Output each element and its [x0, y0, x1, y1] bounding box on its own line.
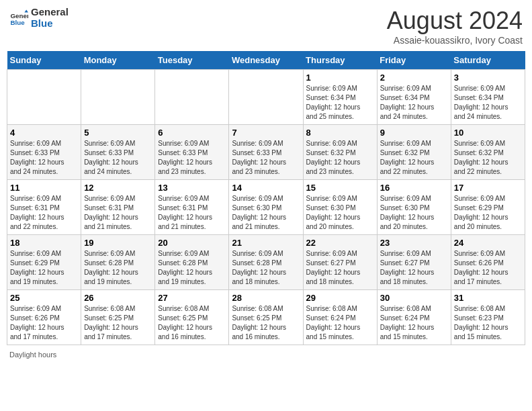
- dow-header-tuesday: Tuesday: [155, 51, 229, 70]
- day-info: Sunrise: 6:09 AM Sunset: 6:28 PM Dayligh…: [232, 249, 300, 287]
- day-info: Sunrise: 6:09 AM Sunset: 6:31 PM Dayligh…: [84, 194, 152, 232]
- day-number: 6: [158, 128, 226, 138]
- calendar-cell: 8Sunrise: 6:09 AM Sunset: 6:32 PM Daylig…: [303, 125, 377, 180]
- day-info: Sunrise: 6:09 AM Sunset: 6:26 PM Dayligh…: [10, 304, 78, 342]
- day-number: 10: [454, 128, 522, 138]
- logo-text-blue: Blue: [31, 18, 69, 30]
- day-number: 29: [306, 293, 374, 303]
- calendar-body: 1Sunrise: 6:09 AM Sunset: 6:34 PM Daylig…: [7, 70, 525, 345]
- calendar-cell: 24Sunrise: 6:09 AM Sunset: 6:26 PM Dayli…: [451, 235, 525, 290]
- day-number: 18: [10, 238, 78, 248]
- day-info: Sunrise: 6:09 AM Sunset: 6:29 PM Dayligh…: [454, 194, 522, 232]
- day-info: Sunrise: 6:09 AM Sunset: 6:33 PM Dayligh…: [10, 139, 78, 177]
- svg-marker-2: [24, 9, 28, 12]
- title-area: August 2024 Assaie-kouassikro, Ivory Coa…: [387, 7, 523, 46]
- calendar-cell: 30Sunrise: 6:08 AM Sunset: 6:24 PM Dayli…: [377, 290, 451, 345]
- calendar-cell: 9Sunrise: 6:09 AM Sunset: 6:32 PM Daylig…: [377, 125, 451, 180]
- calendar-cell: 19Sunrise: 6:09 AM Sunset: 6:28 PM Dayli…: [81, 235, 155, 290]
- day-info: Sunrise: 6:08 AM Sunset: 6:24 PM Dayligh…: [380, 304, 448, 342]
- week-row-2: 4Sunrise: 6:09 AM Sunset: 6:33 PM Daylig…: [7, 125, 525, 180]
- day-number: 30: [380, 293, 448, 303]
- day-info: Sunrise: 6:09 AM Sunset: 6:28 PM Dayligh…: [84, 249, 152, 287]
- day-number: 31: [454, 293, 522, 303]
- week-row-5: 25Sunrise: 6:09 AM Sunset: 6:26 PM Dayli…: [7, 290, 525, 345]
- day-number: 28: [232, 293, 300, 303]
- dow-header-friday: Friday: [377, 51, 451, 70]
- day-info: Sunrise: 6:09 AM Sunset: 6:32 PM Dayligh…: [306, 139, 374, 177]
- day-number: 27: [158, 293, 226, 303]
- day-number: 22: [306, 238, 374, 248]
- day-info: Sunrise: 6:09 AM Sunset: 6:30 PM Dayligh…: [306, 194, 374, 232]
- footer-note: Daylight hours: [7, 351, 525, 359]
- day-number: 15: [306, 183, 374, 193]
- week-row-4: 18Sunrise: 6:09 AM Sunset: 6:29 PM Dayli…: [7, 235, 525, 290]
- day-info: Sunrise: 6:09 AM Sunset: 6:34 PM Dayligh…: [306, 84, 374, 122]
- calendar-cell: 2Sunrise: 6:09 AM Sunset: 6:34 PM Daylig…: [377, 70, 451, 125]
- day-number: 26: [84, 293, 152, 303]
- calendar-cell: 7Sunrise: 6:09 AM Sunset: 6:33 PM Daylig…: [229, 125, 303, 180]
- calendar-cell: 17Sunrise: 6:09 AM Sunset: 6:29 PM Dayli…: [451, 180, 525, 235]
- day-info: Sunrise: 6:09 AM Sunset: 6:31 PM Dayligh…: [158, 194, 226, 232]
- page-header: General Blue General Blue August 2024 As…: [7, 7, 525, 46]
- calendar-cell: 25Sunrise: 6:09 AM Sunset: 6:26 PM Dayli…: [7, 290, 81, 345]
- day-info: Sunrise: 6:09 AM Sunset: 6:30 PM Dayligh…: [380, 194, 448, 232]
- day-info: Sunrise: 6:09 AM Sunset: 6:32 PM Dayligh…: [380, 139, 448, 177]
- calendar-cell: 4Sunrise: 6:09 AM Sunset: 6:33 PM Daylig…: [7, 125, 81, 180]
- dow-header-wednesday: Wednesday: [229, 51, 303, 70]
- calendar-cell: 15Sunrise: 6:09 AM Sunset: 6:30 PM Dayli…: [303, 180, 377, 235]
- day-info: Sunrise: 6:08 AM Sunset: 6:25 PM Dayligh…: [84, 304, 152, 342]
- subtitle: Assaie-kouassikro, Ivory Coast: [387, 35, 523, 46]
- day-info: Sunrise: 6:09 AM Sunset: 6:30 PM Dayligh…: [232, 194, 300, 232]
- day-number: 16: [380, 183, 448, 193]
- day-number: 21: [232, 238, 300, 248]
- svg-text:Blue: Blue: [10, 18, 25, 26]
- days-of-week-row: SundayMondayTuesdayWednesdayThursdayFrid…: [7, 51, 525, 70]
- day-info: Sunrise: 6:08 AM Sunset: 6:25 PM Dayligh…: [232, 304, 300, 342]
- day-info: Sunrise: 6:09 AM Sunset: 6:29 PM Dayligh…: [10, 249, 78, 287]
- calendar-cell: 22Sunrise: 6:09 AM Sunset: 6:27 PM Dayli…: [303, 235, 377, 290]
- day-number: 20: [158, 238, 226, 248]
- calendar-cell: [7, 70, 81, 125]
- day-number: 5: [84, 128, 152, 138]
- day-info: Sunrise: 6:09 AM Sunset: 6:33 PM Dayligh…: [158, 139, 226, 177]
- calendar-cell: 11Sunrise: 6:09 AM Sunset: 6:31 PM Dayli…: [7, 180, 81, 235]
- calendar-cell: 5Sunrise: 6:09 AM Sunset: 6:33 PM Daylig…: [81, 125, 155, 180]
- day-number: 23: [380, 238, 448, 248]
- main-title: August 2024: [387, 7, 523, 35]
- day-number: 13: [158, 183, 226, 193]
- logo-text-general: General: [31, 7, 69, 18]
- week-row-3: 11Sunrise: 6:09 AM Sunset: 6:31 PM Dayli…: [7, 180, 525, 235]
- calendar-cell: 23Sunrise: 6:09 AM Sunset: 6:27 PM Dayli…: [377, 235, 451, 290]
- day-number: 11: [10, 183, 78, 193]
- day-number: 8: [306, 128, 374, 138]
- day-info: Sunrise: 6:08 AM Sunset: 6:24 PM Dayligh…: [306, 304, 374, 342]
- calendar-cell: 13Sunrise: 6:09 AM Sunset: 6:31 PM Dayli…: [155, 180, 229, 235]
- day-number: 7: [232, 128, 300, 138]
- dow-header-sunday: Sunday: [7, 51, 81, 70]
- day-info: Sunrise: 6:09 AM Sunset: 6:32 PM Dayligh…: [454, 139, 522, 177]
- dow-header-monday: Monday: [81, 51, 155, 70]
- calendar-cell: 29Sunrise: 6:08 AM Sunset: 6:24 PM Dayli…: [303, 290, 377, 345]
- calendar-cell: [155, 70, 229, 125]
- calendar-cell: 14Sunrise: 6:09 AM Sunset: 6:30 PM Dayli…: [229, 180, 303, 235]
- calendar-cell: 27Sunrise: 6:08 AM Sunset: 6:25 PM Dayli…: [155, 290, 229, 345]
- day-info: Sunrise: 6:09 AM Sunset: 6:33 PM Dayligh…: [232, 139, 300, 177]
- day-info: Sunrise: 6:09 AM Sunset: 6:27 PM Dayligh…: [306, 249, 374, 287]
- week-row-1: 1Sunrise: 6:09 AM Sunset: 6:34 PM Daylig…: [7, 70, 525, 125]
- logo: General Blue General Blue: [9, 7, 69, 29]
- day-info: Sunrise: 6:09 AM Sunset: 6:27 PM Dayligh…: [380, 249, 448, 287]
- day-number: 14: [232, 183, 300, 193]
- calendar-cell: 21Sunrise: 6:09 AM Sunset: 6:28 PM Dayli…: [229, 235, 303, 290]
- calendar-cell: 3Sunrise: 6:09 AM Sunset: 6:34 PM Daylig…: [451, 70, 525, 125]
- calendar-cell: 16Sunrise: 6:09 AM Sunset: 6:30 PM Dayli…: [377, 180, 451, 235]
- calendar-cell: 1Sunrise: 6:09 AM Sunset: 6:34 PM Daylig…: [303, 70, 377, 125]
- day-number: 25: [10, 293, 78, 303]
- day-info: Sunrise: 6:09 AM Sunset: 6:28 PM Dayligh…: [158, 249, 226, 287]
- day-info: Sunrise: 6:09 AM Sunset: 6:34 PM Dayligh…: [454, 84, 522, 122]
- day-number: 9: [380, 128, 448, 138]
- day-info: Sunrise: 6:08 AM Sunset: 6:25 PM Dayligh…: [158, 304, 226, 342]
- calendar-cell: 28Sunrise: 6:08 AM Sunset: 6:25 PM Dayli…: [229, 290, 303, 345]
- calendar-cell: 31Sunrise: 6:08 AM Sunset: 6:23 PM Dayli…: [451, 290, 525, 345]
- logo-icon: General Blue: [9, 9, 28, 28]
- day-number: 1: [306, 73, 374, 83]
